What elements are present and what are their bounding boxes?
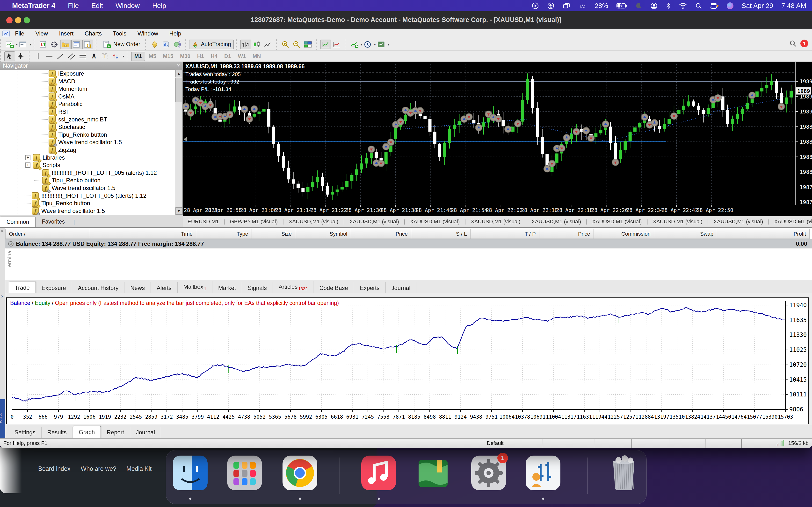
browser-link[interactable]: Board index (38, 465, 70, 472)
menu-charts[interactable]: Charts (85, 30, 102, 37)
new-order-button[interactable]: New Order (100, 40, 143, 49)
vline-icon[interactable] (33, 51, 44, 61)
dropdown-caret-icon[interactable]: ▾ (388, 43, 389, 46)
dock-chrome-icon[interactable] (281, 454, 319, 492)
menu-help[interactable]: Help (169, 30, 181, 37)
terminal-tab-alerts[interactable]: Alerts (151, 282, 177, 294)
dock-launchpad-icon[interactable] (225, 454, 264, 492)
channel-icon[interactable] (66, 51, 77, 61)
windows-stack-icon[interactable] (563, 2, 570, 9)
macos-app-name[interactable]: MetaTrader 4 (12, 2, 55, 10)
wifi-icon[interactable] (679, 2, 687, 9)
periods-clock-icon[interactable] (362, 40, 373, 49)
navigator-item[interactable]: ƒTipu_Renko button (0, 131, 174, 138)
chart-panel[interactable]: 1989.851989.551989.251988.951988.651988.… (183, 62, 812, 216)
chart-tab[interactable]: XAUUSD,M1 (visual) (587, 219, 647, 225)
column-header[interactable]: Price (351, 229, 411, 239)
terminal-tab-code-base[interactable]: Code Base (313, 282, 354, 294)
spotlight-icon[interactable] (695, 2, 702, 9)
column-header[interactable]: S / L (411, 229, 470, 239)
macos-menu-edit[interactable]: Edit (91, 2, 103, 10)
timeframe-d1[interactable]: D1 (221, 52, 234, 61)
menu-view[interactable]: View (36, 30, 48, 37)
timeframe-h1[interactable]: H1 (194, 52, 207, 61)
navigator-item[interactable]: ƒTipu_Renko button (0, 176, 174, 184)
trendline-icon[interactable] (55, 51, 66, 61)
terminal-tab-account-history[interactable]: Account History (72, 282, 124, 294)
terminal-tab-trade[interactable]: Trade (9, 282, 36, 294)
text-label-icon[interactable]: T (100, 51, 110, 61)
bar-chart-icon[interactable] (241, 40, 251, 49)
fibonacci-icon[interactable]: FE (78, 51, 88, 61)
tester-tab-results[interactable]: Results (42, 427, 73, 438)
scroll-down-button[interactable]: ▼ (175, 207, 182, 215)
column-header[interactable]: Commission (594, 229, 654, 239)
indicators-icon[interactable] (320, 40, 331, 49)
notification-badge[interactable]: 1 (800, 40, 808, 47)
dock-metatrader-icon[interactable] (524, 454, 562, 492)
profiles-icon[interactable] (18, 40, 29, 49)
navigator-item[interactable]: ƒ!!!!!!!!!!!!!_!HOTT_LOTT_005 (alerts) 1… (0, 169, 174, 177)
navigator-item[interactable]: ƒssl_zones_nmc BT (0, 116, 174, 123)
dropdown-caret-icon[interactable]: ▾ (30, 43, 31, 46)
navigator-item[interactable]: ƒWave trend oscillator 1.5 (0, 138, 174, 146)
navigator-close-icon[interactable]: x (177, 62, 180, 69)
navigator-item[interactable]: ƒ!!!!!!!!!!!!!_!HOTT_LOTT_005 (alerts) 1… (0, 192, 174, 200)
column-header[interactable]: Type (196, 229, 252, 239)
tile-windows-icon[interactable] (303, 40, 313, 49)
chart-tab[interactable]: XAUUSD,M1 (visual) (648, 219, 707, 225)
tab-scroll-right-icon[interactable]: › (808, 218, 811, 225)
column-header[interactable]: Time (90, 229, 196, 239)
hline-icon[interactable] (44, 51, 55, 61)
terminal-tab-market[interactable]: Market (212, 282, 242, 294)
market-watch-icon[interactable] (71, 40, 82, 49)
tester-tab-settings[interactable]: Settings (9, 427, 42, 438)
dock-finder-icon[interactable] (171, 454, 209, 492)
scroll-up-button[interactable]: ▲ (175, 70, 182, 77)
text-icon[interactable]: A (89, 51, 99, 61)
siri-icon[interactable] (727, 2, 733, 9)
autotrading-button[interactable]: AutoTrading (189, 40, 234, 49)
navigator-scrollbar[interactable]: ▲ ▼ (175, 70, 182, 215)
timeframe-m15[interactable]: M15 (160, 52, 176, 61)
timeframe-w1[interactable]: W1 (235, 52, 249, 61)
navigator-item[interactable]: ƒStochastic (0, 123, 174, 131)
navigator-item[interactable]: ƒWave trend oscillator 1.5 (0, 184, 174, 192)
timeframe-m30[interactable]: M30 (177, 52, 193, 61)
control-center-icon[interactable] (710, 2, 718, 9)
window-titlebar[interactable]: 128072687: MetaQuotes-Demo - Demo Accoun… (0, 11, 812, 29)
column-header[interactable]: Symbol (295, 229, 351, 239)
browser-link[interactable]: Who are we? (81, 465, 116, 472)
terminal-tab-news[interactable]: News (124, 282, 151, 294)
chart-tab[interactable]: EURUSD,M1 (183, 219, 224, 225)
chart-tab[interactable]: GBPJPY,M1 (visual) (225, 219, 283, 225)
chart-tab[interactable]: XAUUSD,M1 (visual) (466, 219, 525, 225)
tester-graph[interactable]: Balance / Equity / Open prices only (Fas… (6, 297, 809, 424)
cursor-icon[interactable] (4, 51, 15, 61)
dropdown-caret-icon[interactable]: ▾ (361, 43, 362, 46)
zoom-in-icon[interactable] (280, 40, 291, 49)
dock-docs-icon[interactable] (414, 454, 452, 492)
play-circle-icon[interactable] (532, 2, 539, 9)
chart-tab[interactable]: XAUUSD,M1 (visual) (526, 219, 586, 225)
timeframe-m1[interactable]: M1 (131, 52, 145, 61)
dock-trash-icon[interactable] (604, 454, 643, 492)
add-indicator-icon[interactable] (349, 40, 360, 49)
chart-tab[interactable]: XAUUSD,M1 (visual) (405, 219, 464, 225)
metaeditor-icon[interactable] (149, 40, 160, 49)
expand-plus-icon[interactable]: + (25, 163, 31, 168)
timeframe-mn[interactable]: MN (250, 52, 264, 61)
data-window-icon[interactable] (83, 40, 93, 49)
terminal-tab-exposure[interactable]: Exposure (36, 282, 72, 294)
column-header[interactable]: Profit (717, 229, 810, 239)
navigator-item[interactable]: +ƒScripts (0, 161, 174, 169)
tester-tab-graph[interactable]: Graph (73, 426, 101, 439)
chart-tab[interactable]: XAUUSD,M1 (visual) (345, 219, 404, 225)
column-header[interactable]: Price (540, 229, 594, 239)
expand-plus-icon[interactable]: + (25, 155, 31, 160)
column-header[interactable]: Order / (5, 229, 90, 239)
column-header[interactable]: T / P (470, 229, 540, 239)
terminal-tab-mailbox[interactable]: Mailbox1 (177, 281, 212, 294)
signals-icon[interactable] (171, 40, 182, 49)
timeframe-m5[interactable]: M5 (146, 52, 159, 61)
